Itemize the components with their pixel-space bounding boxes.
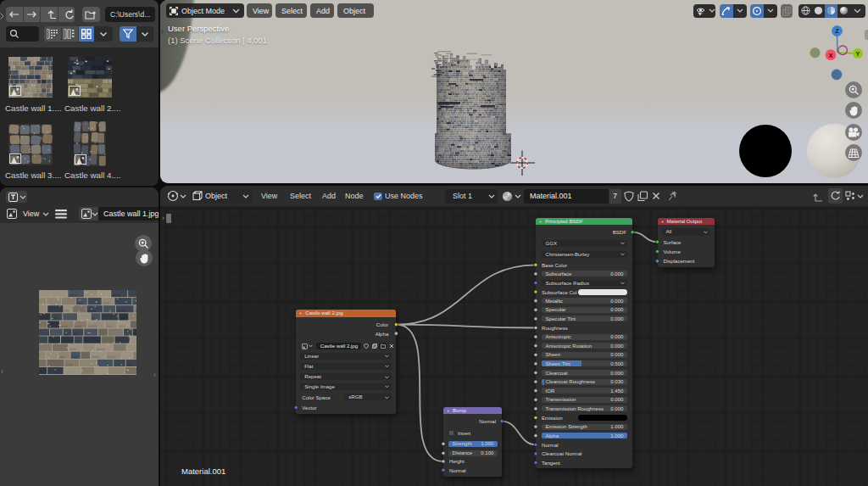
svg-text:X: X <box>828 52 832 59</box>
svg-text:Y: Y <box>855 50 860 58</box>
svg-text:Z: Z <box>835 27 839 35</box>
